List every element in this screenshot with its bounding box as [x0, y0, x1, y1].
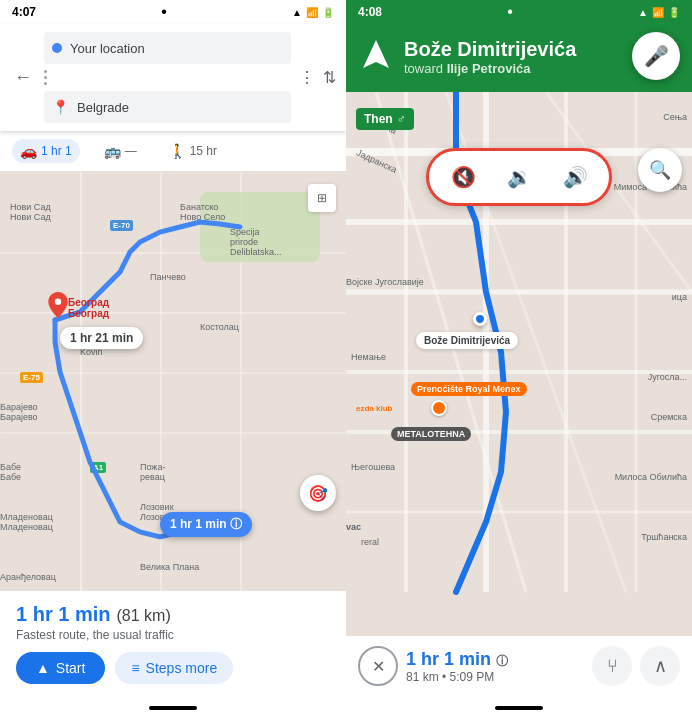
route-time-line: 1 hr 1 min (81 km)	[16, 603, 330, 626]
map-label-kostolac: Костолац	[200, 322, 239, 332]
trscanska-label: Тршћанска	[641, 532, 687, 542]
sremska-label: Сремска	[651, 412, 687, 422]
then-direction-icon: ♂	[397, 112, 406, 126]
left-panel: 4:07 • ▲ 📶 🔋 ← Your location	[0, 0, 346, 720]
map-area-left: Нови СадНови Сад БанатскоНово Село Speci…	[0, 172, 346, 591]
swap-direction-button[interactable]: ⇅	[323, 68, 336, 87]
nav-info-icon: ⓘ	[496, 654, 508, 668]
location-inputs: Your location 📍 Belgrade	[44, 32, 291, 123]
map-marker-belgrade	[48, 292, 68, 318]
nav-detail: 81 km • 5:09 PM	[406, 670, 584, 684]
map-background-left: Нови СадНови Сад БанатскоНово Село Speci…	[0, 172, 346, 591]
map-label-specija: SpecijaprirodeDeliblatska...	[230, 227, 282, 257]
volume-low-button[interactable]: 🔉	[501, 159, 537, 195]
nav-duration: 1 hr 1 min	[406, 649, 491, 669]
user-location-dot	[473, 312, 487, 326]
nav-arrival: 5:09 PM	[450, 670, 495, 684]
alternative-routes-button[interactable]: ⑂	[592, 646, 632, 686]
poi-marker	[431, 400, 447, 416]
back-button[interactable]: ←	[10, 63, 36, 92]
expand-nav-button[interactable]: ∧	[640, 646, 680, 686]
map-label-pancevo: Панчево	[150, 272, 186, 282]
transport-tabs: 🚗 1 hr 1 🚌 — 🚶 15 hr	[0, 131, 346, 172]
status-dot-right: •	[507, 3, 513, 21]
home-indicator-right[interactable]	[495, 706, 543, 710]
microphone-button[interactable]: 🎤	[632, 32, 680, 80]
nav-bar-left	[0, 696, 346, 720]
layers-button[interactable]: ⊞	[308, 184, 336, 212]
nav-bar-right	[346, 696, 692, 720]
bottom-nav-right: ✕ 1 hr 1 min ⓘ 81 km • 5:09 PM ⑂ ∧	[346, 636, 692, 696]
then-badge: Then ♂	[356, 108, 414, 130]
route-time: 1 hr 1 min	[16, 603, 110, 626]
search-icon: 🔍	[649, 159, 671, 181]
route-badge-alt: 1 hr 21 min	[60, 327, 143, 349]
locate-button[interactable]: 🎯	[300, 475, 336, 511]
close-icon: ✕	[372, 657, 385, 676]
vojske-label: Војске Југославије	[346, 277, 424, 287]
map-label-velika: Велика Плана	[140, 562, 199, 572]
tab-walk[interactable]: 🚶 15 hr	[161, 139, 225, 163]
volume-high-button[interactable]: 🔊	[557, 159, 593, 195]
search-button-right[interactable]: 🔍	[638, 148, 682, 192]
status-dot-left: •	[161, 3, 167, 21]
destination-input: Belgrade	[77, 100, 283, 115]
search-bar-area: ← Your location 📍 Belgrade	[0, 24, 346, 131]
mute-icon: 🔇	[451, 165, 476, 189]
poi-hotel: Prenoćište Royal Menex	[411, 382, 527, 396]
start-button[interactable]: ▲ Start	[16, 652, 105, 684]
bus-tab-label: —	[125, 144, 137, 158]
home-indicator-left[interactable]	[149, 706, 197, 710]
start-label: Start	[56, 660, 86, 676]
senja-label: Сења	[663, 112, 687, 122]
navigation-icon: ▲	[36, 660, 50, 676]
njegoseva-label: Његошева	[351, 462, 395, 472]
map-label-banatsko: БанатскоНово Село	[180, 202, 225, 222]
volume-controls: 🔇 🔉 🔊	[426, 148, 612, 206]
more-options-button[interactable]: ⋮	[299, 68, 315, 87]
poi-metalotehna: METALOTEHNA	[391, 427, 471, 441]
map-label-barajevo: БарајевоБарајево	[0, 402, 38, 422]
steps-more-button[interactable]: ≡ Steps more	[115, 652, 233, 684]
map-label-novi-sad: Нови СадНови Сад	[10, 202, 51, 222]
map-label-mladenovac: МладеновацМладеновац	[0, 512, 53, 532]
action-buttons: ▲ Start ≡ Steps more	[16, 652, 330, 684]
ezda-klub-label: ezda klub	[356, 404, 392, 413]
nav-eta-time: 1 hr 1 min ⓘ	[406, 649, 584, 670]
chevron-up-icon: ∧	[654, 655, 667, 677]
mute-button[interactable]: 🔇	[445, 159, 481, 195]
jadranska-label: Јадранска	[355, 148, 399, 175]
close-nav-button[interactable]: ✕	[358, 646, 398, 686]
map-label-arandelovac: Аранђеловац	[0, 572, 56, 582]
route-badge-main: 1 hr 1 min ⓘ	[160, 512, 252, 537]
time-right: 4:08	[358, 5, 382, 19]
nav-header: Bože Dimitrijevića toward Ilije Petrović…	[346, 24, 692, 92]
tab-bus[interactable]: 🚌 —	[96, 139, 145, 163]
yugoslav-label: Југосла...	[648, 372, 687, 382]
volume-high-icon: 🔊	[563, 165, 588, 189]
milos-label: Милоса Обилића	[615, 472, 687, 482]
microphone-icon: 🎤	[644, 44, 669, 68]
current-street-name: Bože Dimitrijevića	[404, 37, 622, 61]
car-tab-label: 1 hr 1	[41, 144, 72, 158]
ica-label: ица	[672, 292, 687, 302]
search-row: ← Your location 📍 Belgrade	[10, 32, 336, 123]
origin-input: Your location	[70, 41, 283, 56]
then-label: Then	[364, 112, 393, 126]
direction-arrow-icon	[358, 38, 394, 74]
destination-input-row[interactable]: 📍 Belgrade	[44, 91, 291, 123]
map-label-pozarevac: Пожа-ревац	[140, 462, 165, 482]
route-note: Fastest route, the usual traffic	[16, 628, 330, 642]
connector-dots	[44, 68, 47, 87]
status-bar-right: 4:08 • ▲ 📶 🔋	[346, 0, 692, 24]
bus-icon: 🚌	[104, 143, 121, 159]
walk-tab-label: 15 hr	[190, 144, 217, 158]
tab-car[interactable]: 🚗 1 hr 1	[12, 139, 80, 163]
steps-label: Steps more	[146, 660, 218, 676]
origin-input-row[interactable]: Your location	[44, 32, 291, 64]
toward-street: toward Ilije Petrovića	[404, 61, 622, 76]
origin-dot-icon	[52, 43, 62, 53]
nav-street-info: Bože Dimitrijevića toward Ilije Petrović…	[404, 37, 622, 76]
status-icons-left: ▲ 📶 🔋	[292, 7, 334, 18]
bottom-info-left: 1 hr 1 min (81 km) Fastest route, the us…	[0, 591, 346, 696]
